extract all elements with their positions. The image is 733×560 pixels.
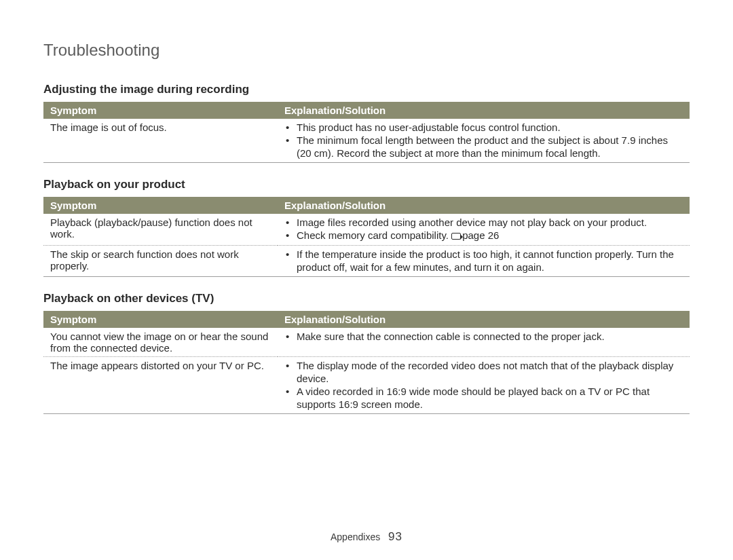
- solution-item: Image files recorded using another devic…: [294, 217, 683, 229]
- symptom-cell: The image is out of focus.: [43, 119, 278, 163]
- column-header-symptom: Symptom: [43, 311, 278, 328]
- solution-item: The display mode of the recorded video d…: [294, 360, 683, 386]
- solution-item: Check memory card compatibility. page 26: [294, 229, 683, 242]
- section-heading: Adjusting the image during recording: [43, 83, 690, 96]
- solution-list: If the temperature inside the product is…: [284, 248, 683, 274]
- page-reference-text: page 26: [462, 229, 499, 241]
- solution-item: The minimum focal length between the pro…: [294, 134, 683, 160]
- footer-section-label: Appendixes: [331, 531, 380, 542]
- troubleshooting-sections: Adjusting the image during recordingSymp…: [43, 83, 690, 414]
- troubleshooting-table: SymptomExplanation/SolutionPlayback (pla…: [43, 197, 690, 277]
- solution-item: This product has no user-adjustable focu…: [294, 122, 683, 134]
- column-header-solution: Explanation/Solution: [278, 102, 690, 119]
- symptom-cell: Playback (playback/pause) function does …: [43, 214, 278, 245]
- solution-list: The display mode of the recorded video d…: [284, 360, 683, 411]
- column-header-solution: Explanation/Solution: [278, 197, 690, 214]
- page-title: Troubleshooting: [43, 41, 690, 60]
- solution-list: Image files recorded using another devic…: [284, 217, 683, 242]
- page-reference-icon: [451, 233, 461, 240]
- symptom-cell: The image appears distorted on your TV o…: [43, 357, 278, 414]
- troubleshooting-table: SymptomExplanation/SolutionYou cannot vi…: [43, 311, 690, 414]
- solution-item: Make sure that the connection cable is c…: [294, 331, 683, 343]
- table-row: The skip or search function does not wor…: [43, 245, 690, 277]
- section-heading: Playback on other devices (TV): [43, 292, 690, 305]
- symptom-cell: You cannot view the image on or hear the…: [43, 328, 278, 357]
- solution-cell: If the temperature inside the product is…: [278, 245, 690, 277]
- manual-page: Troubleshooting Adjusting the image duri…: [0, 0, 733, 560]
- symptom-cell: The skip or search function does not wor…: [43, 245, 278, 277]
- footer-page-number: 93: [388, 530, 402, 543]
- solution-item: A video recorded in 16:9 wide mode shoul…: [294, 386, 683, 411]
- column-header-solution: Explanation/Solution: [278, 311, 690, 328]
- table-row: The image is out of focus.This product h…: [43, 119, 690, 163]
- section-heading: Playback on your product: [43, 178, 690, 191]
- page-footer: Appendixes 93: [0, 530, 733, 544]
- troubleshooting-table: SymptomExplanation/SolutionThe image is …: [43, 102, 690, 163]
- solution-list: This product has no user-adjustable focu…: [284, 122, 683, 160]
- table-row: Playback (playback/pause) function does …: [43, 214, 690, 245]
- column-header-symptom: Symptom: [43, 197, 278, 214]
- table-row: You cannot view the image on or hear the…: [43, 328, 690, 357]
- table-row: The image appears distorted on your TV o…: [43, 357, 690, 414]
- solution-cell: This product has no user-adjustable focu…: [278, 119, 690, 163]
- solution-cell: The display mode of the recorded video d…: [278, 357, 690, 414]
- solution-cell: Image files recorded using another devic…: [278, 214, 690, 245]
- column-header-symptom: Symptom: [43, 102, 278, 119]
- solution-list: Make sure that the connection cable is c…: [284, 331, 683, 343]
- solution-cell: Make sure that the connection cable is c…: [278, 328, 690, 357]
- solution-item: If the temperature inside the product is…: [294, 248, 683, 274]
